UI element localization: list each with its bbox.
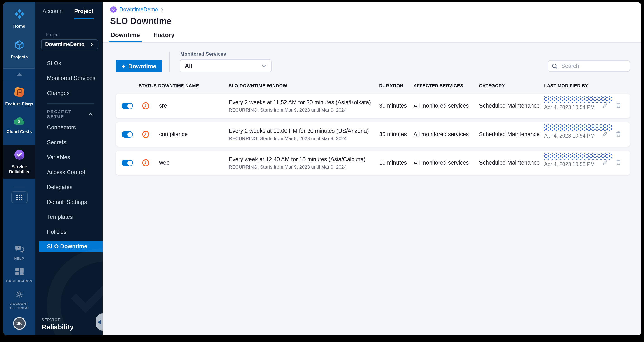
window-recurrence: RECURRING: Starts from Mar 9, 2023 until… xyxy=(229,136,369,141)
category: Scheduled Maintenance xyxy=(479,160,540,166)
status-toggle[interactable] xyxy=(122,131,133,138)
last-modified: Apr 4, 2023 10:53 PM xyxy=(544,153,612,167)
tab-downtime[interactable]: Downtime xyxy=(111,32,140,42)
project-field-label: Project xyxy=(46,32,102,37)
tab-project[interactable]: Project xyxy=(74,8,93,20)
downtime-content: + Downtime Monitored Services All xyxy=(102,43,641,335)
cloud-costs-icon: $ xyxy=(13,116,25,127)
user-avatar[interactable]: SK xyxy=(13,317,26,330)
rail-divider xyxy=(13,188,25,188)
delete-icon[interactable] xyxy=(616,131,622,139)
module-grid-button[interactable] xyxy=(11,191,27,203)
delete-icon[interactable] xyxy=(616,102,622,110)
tab-account[interactable]: Account xyxy=(42,8,63,20)
page-header: DowntimeDemo SLO Downtime Downtime Histo… xyxy=(102,2,641,43)
projects-icon xyxy=(14,39,25,53)
new-downtime-button[interactable]: + Downtime xyxy=(116,60,162,72)
rail-item-label: Projects xyxy=(11,54,28,59)
project-sidebar: Account Project Project DowntimeDemo SLO… xyxy=(35,2,102,335)
rail-item-label: Feature Flags xyxy=(5,101,33,106)
rail-item-label: Service Reliability xyxy=(6,164,32,174)
column-window: SLO DOWNTIME WINDOW xyxy=(229,83,287,88)
sidebar-menu: SLOs Monitored Services Changes PROJECT … xyxy=(35,56,102,252)
edit-icon[interactable] xyxy=(602,159,608,167)
project-avatar-icon xyxy=(110,6,116,13)
window-recurrence: RECURRING: Starts from Mar 9, 2023 until… xyxy=(229,164,366,169)
sidebar-footer: SERVICE Reliability xyxy=(42,318,74,331)
toolbar: + Downtime Monitored Services All xyxy=(116,51,630,72)
redacted-user-name xyxy=(544,124,612,131)
search-box xyxy=(548,60,630,72)
column-status: STATUS xyxy=(139,83,156,88)
last-modified-time: Apr 4, 2023 10:53 PM xyxy=(544,162,612,167)
table-header: STATUS DOWNTIME NAME SLO DOWNTIME WINDOW… xyxy=(116,83,630,90)
affected-services: All monitored services xyxy=(414,131,469,138)
help-chat-icon: ? xyxy=(14,245,24,255)
module-rail: Home Projects Feature Flags $ Cloud Cost… xyxy=(3,2,35,335)
downtime-name: web xyxy=(159,160,170,166)
downtime-name: compliance xyxy=(159,131,188,138)
feature-flags-icon xyxy=(14,86,25,100)
edit-icon[interactable] xyxy=(602,131,608,139)
sidebar-item-policies[interactable]: Policies xyxy=(35,224,102,239)
affected-services: All monitored services xyxy=(414,103,469,109)
select-value: All xyxy=(185,63,192,69)
project-selector-value: DowntimeDemo xyxy=(45,42,84,47)
sidebar-item-slos[interactable]: SLOs xyxy=(35,56,102,71)
breadcrumb-project-link[interactable]: DowntimeDemo xyxy=(119,6,158,13)
sidebar-divider xyxy=(47,103,94,104)
edit-icon[interactable] xyxy=(602,102,608,110)
module-eyebrow: SERVICE xyxy=(42,318,74,322)
home-icon xyxy=(13,8,25,22)
table-row: sre Every 2 weeks at 11:52 AM for 30 min… xyxy=(116,94,630,118)
sidebar-item-changes[interactable]: Changes xyxy=(35,86,102,100)
sidebar-item-access-control[interactable]: Access Control xyxy=(35,165,102,180)
service-reliability-icon xyxy=(13,149,25,162)
duration: 10 minutes xyxy=(379,160,407,166)
project-selector[interactable]: DowntimeDemo xyxy=(41,39,98,49)
page-tabs: Downtime History xyxy=(110,32,641,42)
column-downtime-name: DOWNTIME NAME xyxy=(158,83,199,88)
rail-item-account-settings[interactable]: ACCOUNT SETTINGS xyxy=(3,290,35,310)
monitored-services-select[interactable]: All xyxy=(180,59,272,72)
downtime-window: Every week at 12:40 AM for 10 minutes (A… xyxy=(229,156,366,169)
rail-scroll-up[interactable] xyxy=(3,68,35,80)
downtime-name: sre xyxy=(159,103,167,109)
tab-history[interactable]: History xyxy=(154,32,174,42)
redacted-user-name xyxy=(544,153,612,160)
rail-item-help[interactable]: ? HELP xyxy=(3,245,35,261)
rail-item-dashboards[interactable]: DASHBOARDS xyxy=(3,268,35,283)
status-toggle[interactable] xyxy=(122,103,133,109)
status-toggle[interactable] xyxy=(122,160,133,166)
breadcrumb: DowntimeDemo xyxy=(110,6,641,13)
category: Scheduled Maintenance xyxy=(479,131,540,138)
downtime-window: Every 2 weeks at 10:00 PM for 30 minutes… xyxy=(229,128,369,141)
rail-item-service-reliability[interactable]: Service Reliability xyxy=(3,149,35,174)
main-area: DowntimeDemo SLO Downtime Downtime Histo… xyxy=(102,2,641,335)
last-modified-time: Apr 4, 2023 10:54 PM xyxy=(544,133,612,138)
search-input[interactable] xyxy=(560,63,626,70)
sidebar-item-templates[interactable]: Templates xyxy=(35,209,102,224)
sidebar-item-monitored-services[interactable]: Monitored Services xyxy=(35,71,102,86)
sidebar-item-default-settings[interactable]: Default Settings xyxy=(35,195,102,209)
search-icon xyxy=(552,63,558,69)
svg-text:$: $ xyxy=(18,119,20,124)
window-schedule: Every week at 12:40 AM for 10 minutes (A… xyxy=(229,156,366,163)
sidebar-item-variables[interactable]: Variables xyxy=(35,150,102,165)
affected-services: All monitored services xyxy=(414,160,469,166)
rail-item-projects[interactable]: Projects xyxy=(3,39,35,59)
rail-item-cloud-costs[interactable]: $ Cloud Costs xyxy=(3,116,35,134)
delete-icon[interactable] xyxy=(616,159,622,167)
column-duration: DURATION xyxy=(379,83,403,88)
rail-item-service-reliability-active[interactable]: Service Reliability xyxy=(3,145,35,179)
rail-item-home[interactable]: Home xyxy=(3,8,35,29)
rail-item-feature-flags[interactable]: Feature Flags xyxy=(3,86,35,106)
sidebar-item-delegates[interactable]: Delegates xyxy=(35,180,102,195)
last-modified: Apr 4, 2023 10:54 PM xyxy=(544,124,612,138)
sidebar-item-connectors[interactable]: Connectors xyxy=(35,120,102,135)
duration: 30 minutes xyxy=(379,103,407,109)
chevron-right-icon xyxy=(161,8,164,12)
project-setup-header[interactable]: PROJECT SETUP xyxy=(35,106,102,120)
rail-item-label: ACCOUNT SETTINGS xyxy=(8,302,31,310)
sidebar-item-secrets[interactable]: Secrets xyxy=(35,135,102,150)
